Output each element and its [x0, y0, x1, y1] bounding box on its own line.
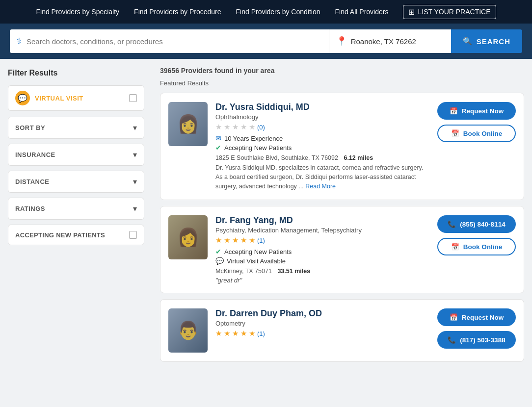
envelope-icon-yusra: ✉: [215, 134, 221, 142]
top-nav: Find Providers by Specialty Find Provide…: [0, 0, 532, 24]
filter-ratings[interactable]: RATINGS ▾: [8, 198, 144, 220]
nav-list-practice[interactable]: ⊞ LIST YOUR PRACTICE: [403, 5, 496, 19]
sort-by-chevron-icon: ▾: [133, 123, 137, 132]
experience-text-yusra: 10 Years Experience: [224, 135, 283, 142]
provider-info-fang: Dr. Fang Yang, MD Psychiatry, Medication…: [215, 215, 429, 284]
star-3-darren: ★: [232, 329, 239, 338]
phone-button-darren[interactable]: 📞 (817) 503-3388: [437, 331, 516, 349]
provider-photo-yusra: 👩: [168, 102, 208, 146]
provider-specialty-darren: Optometry: [215, 320, 429, 327]
results-count: 39656 Providers found in your area: [160, 67, 524, 75]
distance-label: DISTANCE: [15, 178, 49, 185]
star-1-fang: ★: [215, 236, 222, 245]
location-input[interactable]: [351, 37, 444, 46]
provider-name-yusra[interactable]: Dr. Yusra Siddiqui, MD: [215, 102, 429, 112]
search-input-wrap: ⚕: [10, 29, 329, 53]
provider-photo-fang: 👩: [168, 215, 208, 259]
request-now-button-yusra[interactable]: 📅 Request Now: [437, 102, 516, 120]
check-icon-yusra: ✔: [215, 144, 221, 152]
search-input[interactable]: [27, 37, 322, 46]
results-panel: 39656 Providers found in your area Featu…: [152, 59, 532, 407]
featured-label: Featured Results: [160, 79, 524, 87]
search-button[interactable]: 🔍 SEARCH: [451, 29, 522, 53]
sidebar: Filter Results 💬 VIRTUAL VISIT SORT BY ▾…: [0, 59, 152, 407]
calendar-icon-darren: 📅: [450, 313, 458, 321]
filter-virtual-visit[interactable]: 💬 VIRTUAL VISIT: [8, 85, 144, 111]
check-icon-fang: ✔: [215, 248, 221, 255]
star-1: ★: [215, 123, 222, 131]
request-now-button-darren[interactable]: 📅 Request Now: [437, 308, 516, 326]
address-row-yusra: 1825 E Southlake Blvd, Southlake, TX 760…: [215, 154, 429, 161]
filter-distance[interactable]: DISTANCE ▾: [8, 171, 144, 193]
nav-by-procedure[interactable]: Find Providers by Procedure: [134, 8, 221, 16]
provider-actions-yusra: 📅 Request Now 📅 Book Online: [437, 102, 516, 142]
location-wrap: 📍: [329, 29, 451, 53]
star-4-darren: ★: [240, 329, 247, 338]
main-layout: Filter Results 💬 VIRTUAL VISIT SORT BY ▾…: [0, 59, 532, 407]
sidebar-title: Filter Results: [8, 69, 144, 77]
provider-specialty-yusra: Ophthalmology: [215, 113, 429, 121]
accepting-row-fang: ✔ Accepting New Patients: [215, 248, 429, 255]
star-rating-fang: ★ ★ ★ ★ ★ (1): [215, 236, 429, 245]
provider-card-darren-pham: 👨 Dr. Darren Duy Pham, OD Optometry ★ ★ …: [160, 299, 524, 362]
rating-count-yusra[interactable]: (0): [257, 124, 265, 131]
accepting-text-fang: Accepting New Patients: [224, 248, 292, 255]
location-pin-icon: 📍: [336, 36, 347, 47]
accepting-text-yusra: Accepting New Patients: [224, 144, 292, 152]
sort-by-label: SORT BY: [15, 124, 45, 131]
provider-card-yusra-siddiqui: 👩 Dr. Yusra Siddiqui, MD Ophthalmology ★…: [160, 93, 524, 200]
experience-row-yusra: ✉ 10 Years Experience: [215, 134, 429, 142]
virtual-text-fang: Virtual Visit Available: [227, 257, 286, 265]
virtual-row-fang: 💬 Virtual Visit Available: [215, 257, 429, 265]
book-online-button-yusra[interactable]: 📅 Book Online: [437, 125, 516, 142]
nav-by-condition[interactable]: Find Providers by Condition: [236, 8, 320, 16]
filter-sort-by[interactable]: SORT BY ▾: [8, 117, 144, 139]
rating-count-fang[interactable]: (1): [257, 237, 265, 244]
nav-all-providers[interactable]: Find All Providers: [335, 8, 389, 16]
address-row-fang: McKinney, TX 75071 33.51 miles: [215, 268, 429, 275]
star-3: ★: [232, 123, 239, 131]
provider-actions-fang: 📞 (855) 840-8114 📅 Book Online: [437, 215, 516, 255]
quote-fang: "great dr": [215, 277, 429, 284]
star-2-fang: ★: [224, 236, 230, 245]
filter-insurance[interactable]: INSURANCE ▾: [8, 144, 144, 166]
provider-info-yusra: Dr. Yusra Siddiqui, MD Ophthalmology ★ ★…: [215, 102, 429, 191]
search-icon: 🔍: [463, 37, 473, 46]
phone-icon-fang: 📞: [448, 220, 456, 228]
star-1-darren: ★: [215, 329, 222, 338]
provider-photo-darren: 👨: [168, 308, 208, 353]
description-yusra: Dr. Yusra Siddiqui MD, specializes in ca…: [215, 163, 429, 191]
star-2-darren: ★: [224, 329, 230, 338]
virtual-visit-checkbox[interactable]: [129, 94, 137, 102]
read-more-yusra[interactable]: Read More: [305, 183, 336, 190]
provider-name-fang[interactable]: Dr. Fang Yang, MD: [215, 215, 429, 226]
accepting-checkbox[interactable]: [129, 231, 137, 239]
provider-info-darren: Dr. Darren Duy Pham, OD Optometry ★ ★ ★ …: [215, 308, 429, 341]
insurance-chevron-icon: ▾: [133, 150, 137, 159]
filter-accepting-new-patients[interactable]: ACCEPTING NEW PATIENTS: [8, 225, 144, 245]
distance-chevron-icon: ▾: [133, 177, 137, 186]
star-rating-yusra: ★ ★ ★ ★ ★ (0): [215, 123, 429, 131]
distance-fang: 33.51 miles: [277, 268, 310, 275]
star-5-darren: ★: [249, 329, 255, 338]
accepting-row-yusra: ✔ Accepting New Patients: [215, 144, 429, 152]
search-bar: ⚕ 📍 🔍 SEARCH: [0, 24, 532, 59]
provider-name-darren[interactable]: Dr. Darren Duy Pham, OD: [215, 308, 429, 319]
ratings-label: RATINGS: [15, 205, 45, 212]
provider-actions-darren: 📅 Request Now 📞 (817) 503-3388: [437, 308, 516, 349]
chat-icon-fang: 💬: [215, 257, 224, 265]
calendar-icon2-yusra: 📅: [451, 129, 459, 137]
phone-icon-darren: 📞: [448, 336, 456, 344]
provider-specialty-fang: Psychiatry, Medication Management, Telep…: [215, 227, 429, 234]
ratings-chevron-icon: ▾: [133, 204, 137, 213]
virtual-visit-icon: 💬: [15, 91, 30, 105]
star-4-fang: ★: [240, 236, 247, 245]
calendar-icon-yusra: 📅: [450, 107, 458, 115]
calendar-icon-fang: 📅: [451, 243, 459, 251]
rating-count-darren[interactable]: (1): [257, 330, 265, 337]
star-rating-darren: ★ ★ ★ ★ ★ (1): [215, 329, 429, 338]
distance-yusra: 6.12 miles: [344, 154, 373, 161]
book-online-button-fang[interactable]: 📅 Book Online: [437, 238, 516, 255]
nav-by-specialty[interactable]: Find Providers by Specialty: [36, 8, 119, 16]
phone-button-fang[interactable]: 📞 (855) 840-8114: [437, 215, 516, 233]
